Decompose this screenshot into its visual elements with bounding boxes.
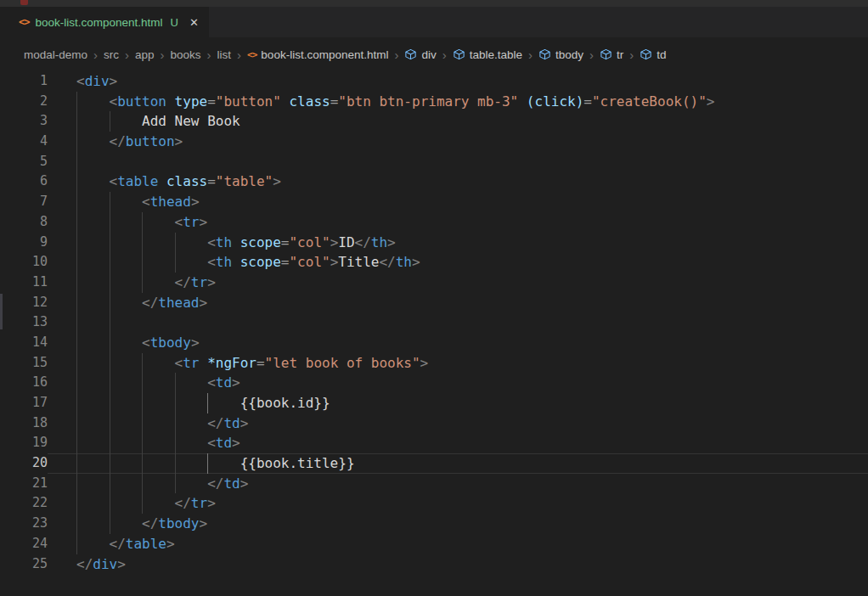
code-line[interactable]: 4 </button> xyxy=(0,132,868,152)
line-number: 15 xyxy=(0,353,48,374)
line-number: 9 xyxy=(0,233,48,253)
line-number: 19 xyxy=(0,433,48,453)
token-ws xyxy=(232,234,240,250)
code-line[interactable]: 10 <th scope="col">Title</th> xyxy=(0,252,868,273)
token-ws xyxy=(76,93,110,110)
token-txt: {{book.title}} xyxy=(240,455,355,471)
chevron-separator: › xyxy=(207,48,211,61)
indent-guide xyxy=(142,493,143,514)
token-tag: tbody xyxy=(150,335,191,351)
code-line[interactable]: 25</div> xyxy=(0,554,868,575)
token-tag: th xyxy=(216,254,232,270)
token-p: < xyxy=(142,335,150,351)
breadcrumb-item-app[interactable]: app xyxy=(135,48,155,61)
code-line[interactable]: 8 <tr> xyxy=(0,212,868,233)
token-str: "createBook()" xyxy=(592,93,707,110)
code-line[interactable]: 23 </tbody> xyxy=(0,514,868,534)
code-content: {{book.title}} xyxy=(48,453,868,474)
breadcrumb-item-table-table[interactable]: table.table xyxy=(453,48,522,61)
code-line[interactable]: 16 <td> xyxy=(0,373,868,393)
token-p: < xyxy=(110,173,118,189)
code-content: <button type="button" class="btn btn-pri… xyxy=(48,92,868,112)
code-line[interactable]: 12 </thead> xyxy=(0,293,868,313)
token-str: "col" xyxy=(289,234,330,250)
indent-guide xyxy=(110,433,110,453)
indent-guide xyxy=(142,273,143,293)
tab-book-list-component[interactable]: <> book-list.component.html U ✕ xyxy=(0,7,210,37)
code-line[interactable]: 3 Add New Book xyxy=(0,111,868,132)
breadcrumb-item-list[interactable]: list xyxy=(217,48,232,61)
code-line[interactable]: 14 <tbody> xyxy=(0,333,868,353)
token-tag: div xyxy=(93,556,117,572)
token-ws xyxy=(76,274,175,290)
token-p: > xyxy=(412,254,420,270)
html-file-icon: <> xyxy=(19,16,29,28)
code-line[interactable]: 1<div> xyxy=(0,71,868,92)
code-content xyxy=(48,312,868,333)
token-attr: type xyxy=(175,93,208,110)
code-content: <tr> xyxy=(48,212,868,233)
line-number: 25 xyxy=(0,554,48,575)
line-number: 21 xyxy=(0,474,48,494)
indent-guide xyxy=(175,233,176,253)
code-content: <div> xyxy=(48,71,868,92)
code-content: </table> xyxy=(48,534,868,554)
indent-guide xyxy=(76,132,77,152)
breadcrumb-item-tbody[interactable]: tbody xyxy=(538,48,583,61)
breadcrumb-item-src[interactable]: src xyxy=(104,48,119,61)
token-p: > xyxy=(240,475,249,492)
token-p: > xyxy=(387,234,396,250)
indent-guide xyxy=(142,233,143,253)
breadcrumb-item-tr[interactable]: tr xyxy=(600,48,623,61)
code-line[interactable]: 11 </tr> xyxy=(0,273,868,293)
token-ws xyxy=(76,495,175,511)
token-str: "col" xyxy=(289,254,330,270)
close-tab-icon[interactable]: ✕ xyxy=(189,16,199,29)
breadcrumb-item-label: list xyxy=(217,48,232,61)
breadcrumb-item-book-list-component-html[interactable]: <>book-list.component.html xyxy=(247,48,388,61)
code-line[interactable]: 9 <th scope="col">ID</th> xyxy=(0,233,868,253)
line-number: 7 xyxy=(0,192,48,212)
code-line[interactable]: 2 <button type="button" class="btn btn-p… xyxy=(0,92,868,112)
breadcrumb-item-books[interactable]: books xyxy=(171,48,201,61)
indent-guide xyxy=(110,312,110,333)
token-tag: td xyxy=(223,475,240,492)
code-line[interactable]: 20 {{book.title}} xyxy=(0,453,868,474)
token-p: > xyxy=(207,495,216,511)
code-line[interactable]: 19 <td> xyxy=(0,433,868,453)
code-line[interactable]: 6 <table class="table"> xyxy=(0,171,868,192)
code-content: <tbody> xyxy=(48,333,868,353)
code-content: </tr> xyxy=(48,273,868,293)
indent-guide xyxy=(76,534,77,554)
breadcrumb-item-label: table.table xyxy=(470,48,522,61)
code-line[interactable]: 22 </tr> xyxy=(0,493,868,514)
code-line[interactable]: 18 </td> xyxy=(0,413,868,434)
token-p: > xyxy=(273,173,281,189)
code-line[interactable]: 21 </td> xyxy=(0,474,868,494)
indent-guide xyxy=(142,413,143,434)
token-p: > xyxy=(330,234,339,250)
indent-guide xyxy=(175,373,176,393)
code-line[interactable]: 5 xyxy=(0,152,868,172)
code-line[interactable]: 7 <thead> xyxy=(0,192,868,212)
breadcrumb-item-td[interactable]: td xyxy=(640,48,666,61)
token-eq: = xyxy=(583,93,592,110)
token-ws xyxy=(232,254,240,270)
indent-guide xyxy=(76,293,77,313)
indent-guide xyxy=(76,514,77,534)
breadcrumb-item-modal-demo[interactable]: modal-demo xyxy=(24,48,87,61)
line-number: 17 xyxy=(0,393,48,413)
token-ws xyxy=(76,455,240,471)
indent-guide xyxy=(110,453,110,474)
code-line[interactable]: 24 </table> xyxy=(0,534,868,554)
breadcrumb-item-div[interactable]: div xyxy=(404,48,436,61)
token-tag: th xyxy=(396,254,412,270)
code-line[interactable]: 13 xyxy=(0,312,868,333)
token-p: < xyxy=(207,435,216,451)
token-tag: tr xyxy=(191,495,207,511)
indent-guide xyxy=(76,192,77,212)
breadcrumb-item-label: tr xyxy=(617,48,623,61)
indent-guide xyxy=(142,453,143,474)
code-line[interactable]: 17 {{book.id}} xyxy=(0,393,868,413)
code-line[interactable]: 15 <tr *ngFor="let book of books"> xyxy=(0,353,868,374)
